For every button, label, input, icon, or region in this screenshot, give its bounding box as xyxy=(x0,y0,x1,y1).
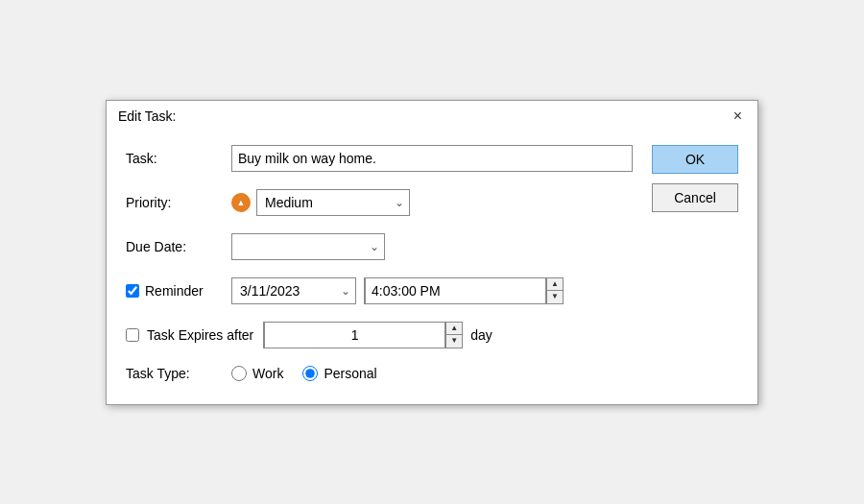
radio-work-option[interactable]: Work xyxy=(231,366,283,381)
due-date-select[interactable] xyxy=(231,233,385,260)
expires-checkbox[interactable] xyxy=(126,328,139,342)
expires-spinner-btns: ▲ ▼ xyxy=(445,323,462,348)
ok-button[interactable]: OK xyxy=(652,145,738,174)
reminder-date-select[interactable]: 3/11/2023 xyxy=(231,277,356,304)
radio-personal-option[interactable]: Personal xyxy=(302,366,376,381)
dialog-content: Task: Priority: Low Medium High xyxy=(107,130,757,404)
priority-select[interactable]: Low Medium High xyxy=(256,189,410,216)
priority-control: Low Medium High ⌄ xyxy=(231,189,633,216)
time-input[interactable] xyxy=(365,277,546,304)
priority-label: Priority: xyxy=(126,195,231,210)
expires-row: Task Expires after ▲ ▼ day xyxy=(126,322,633,348)
task-type-radio-group: Work Personal xyxy=(231,366,377,381)
expires-spin-up-button[interactable]: ▲ xyxy=(446,323,462,336)
expires-label: Task Expires after xyxy=(147,327,253,343)
task-type-label: Task Type: xyxy=(126,366,231,381)
task-type-row: Task Type: Work Personal xyxy=(126,366,633,381)
reminder-date-wrapper: 3/11/2023 ⌄ xyxy=(231,277,356,304)
form-area: Task: Priority: Low Medium High xyxy=(126,145,633,381)
reminder-label-text: Reminder xyxy=(145,283,204,299)
task-row: Task: xyxy=(126,145,633,172)
close-button[interactable]: × xyxy=(730,108,746,124)
reminder-checkbox[interactable] xyxy=(126,284,139,298)
due-date-control: ⌄ xyxy=(231,233,633,260)
time-spin-up-button[interactable]: ▲ xyxy=(547,278,563,292)
priority-row: Priority: Low Medium High ⌄ xyxy=(126,189,633,216)
task-input[interactable] xyxy=(231,145,633,172)
radio-work-label: Work xyxy=(252,366,283,381)
reminder-label-wrapper: Reminder xyxy=(126,283,231,299)
time-spin-down-button[interactable]: ▼ xyxy=(547,291,563,303)
radio-work[interactable] xyxy=(231,366,247,381)
expires-value-input[interactable] xyxy=(264,322,445,348)
priority-up-icon xyxy=(231,193,251,212)
expires-spinner-wrapper: ▲ ▼ xyxy=(263,322,463,348)
due-date-select-wrapper: ⌄ xyxy=(231,233,385,260)
time-input-wrapper: ▲ ▼ xyxy=(364,277,564,304)
day-label: day xyxy=(470,327,492,343)
edit-task-dialog: Edit Task: × Task: Priority: xyxy=(106,100,758,405)
expires-spin-down-button[interactable]: ▼ xyxy=(446,335,462,348)
time-spinner: ▲ ▼ xyxy=(546,278,563,303)
cancel-button[interactable]: Cancel xyxy=(652,183,738,212)
reminder-row: Reminder 3/11/2023 ⌄ ▲ ▼ xyxy=(126,277,633,304)
title-bar: Edit Task: × xyxy=(107,101,757,130)
radio-personal-label: Personal xyxy=(324,366,376,381)
priority-wrapper: Low Medium High ⌄ xyxy=(231,189,633,216)
priority-select-wrapper: Low Medium High ⌄ xyxy=(256,189,410,216)
due-date-row: Due Date: ⌄ xyxy=(126,233,633,260)
button-area: OK Cancel xyxy=(652,145,738,381)
dialog-title: Edit Task: xyxy=(118,108,176,124)
radio-personal[interactable] xyxy=(302,366,318,381)
task-label: Task: xyxy=(126,151,231,166)
reminder-controls: 3/11/2023 ⌄ ▲ ▼ xyxy=(231,277,633,304)
task-input-wrapper xyxy=(231,145,633,172)
due-date-label: Due Date: xyxy=(126,239,231,254)
